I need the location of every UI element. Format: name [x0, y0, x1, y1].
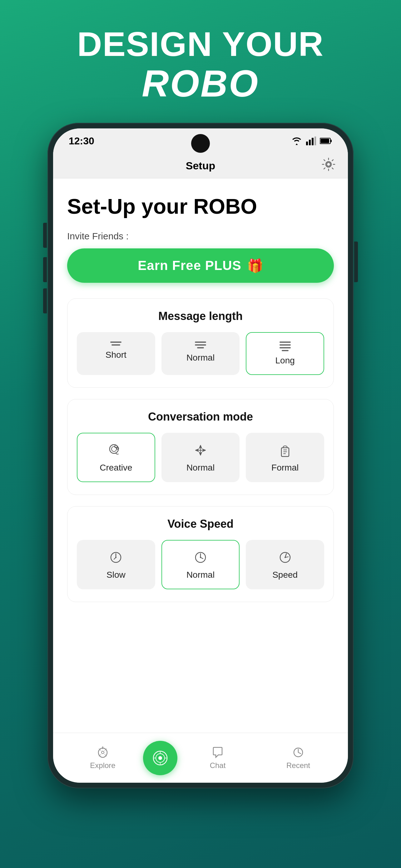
- earn-free-plus-button[interactable]: Earn Free PLUS 🎁: [67, 248, 334, 283]
- bottom-nav: Explore: [53, 733, 348, 783]
- svg-rect-5: [330, 140, 332, 142]
- recent-icon: [292, 746, 304, 758]
- svg-point-10: [111, 446, 116, 452]
- nav-chat[interactable]: Chat: [177, 746, 258, 770]
- creative-icon: [108, 442, 124, 458]
- conversation-mode-title: Conversation mode: [77, 410, 324, 423]
- fast-speed-btn[interactable]: Speed: [246, 540, 324, 589]
- invite-label: Invite Friends :: [67, 231, 334, 242]
- explore-icon: [97, 746, 109, 758]
- svg-rect-16: [283, 450, 287, 450]
- conversation-mode-card: Conversation mode Creative: [67, 399, 334, 495]
- settings-icon[interactable]: [322, 157, 335, 174]
- svg-rect-3: [314, 136, 316, 145]
- robo-center-icon: [151, 749, 170, 767]
- slow-speed-btn[interactable]: Slow: [77, 540, 155, 589]
- slow-label: Slow: [106, 570, 126, 580]
- signal-icon: [306, 136, 316, 145]
- svg-point-7: [327, 162, 330, 166]
- app-header-title: Setup: [186, 160, 215, 172]
- svg-rect-2: [312, 138, 313, 145]
- status-time: 12:30: [69, 135, 94, 147]
- svg-rect-6: [321, 139, 329, 143]
- fast-speed-label: Speed: [272, 570, 298, 580]
- svg-rect-17: [283, 452, 287, 452]
- setup-title: Set-Up your ROBO: [67, 194, 334, 218]
- wifi-icon: [291, 136, 302, 145]
- voice-speed-options: Slow Normal: [77, 540, 324, 589]
- svg-point-25: [101, 751, 104, 754]
- normal-length-label: Normal: [187, 353, 214, 363]
- message-length-options: Short Normal: [77, 332, 324, 375]
- short-lines-icon: [110, 342, 122, 346]
- voice-speed-title: Voice Speed: [77, 518, 324, 531]
- nav-recent[interactable]: Recent: [258, 746, 338, 770]
- nav-robo-center[interactable]: [143, 741, 177, 775]
- formal-mode-btn[interactable]: Formal: [246, 433, 324, 482]
- earn-btn-text: Earn Free PLUS: [138, 258, 241, 273]
- phone-inner: 12:30: [53, 128, 348, 783]
- hero-line2: ROBO: [77, 63, 324, 104]
- message-length-title: Message length: [77, 310, 324, 323]
- normal-lines-icon: [195, 342, 206, 348]
- status-bar: 12:30: [53, 128, 348, 153]
- explore-label: Explore: [90, 761, 115, 770]
- phone-wrapper: 12:30: [47, 123, 354, 810]
- hero-line1: DESIGN YOUR: [77, 25, 324, 63]
- status-icons: [291, 136, 332, 145]
- nav-explore[interactable]: Explore: [63, 746, 143, 770]
- svg-point-12: [117, 447, 119, 449]
- chat-icon: [211, 746, 224, 758]
- normal-mode-icon: [192, 442, 209, 458]
- creative-label: Creative: [100, 463, 132, 473]
- svg-rect-18: [283, 453, 286, 454]
- normal-mode-btn[interactable]: Normal: [162, 433, 240, 482]
- camera-notch: [191, 134, 210, 153]
- hero-section: DESIGN YOUR ROBO: [77, 25, 324, 104]
- app-header: Setup: [53, 153, 348, 178]
- gear-svg: [322, 157, 335, 171]
- svg-point-29: [158, 756, 162, 760]
- svg-rect-1: [309, 140, 311, 145]
- battery-icon: [320, 137, 332, 145]
- chat-label: Chat: [210, 761, 226, 770]
- normal-speed-label: Normal: [187, 570, 214, 580]
- message-normal-btn[interactable]: Normal: [162, 332, 240, 375]
- long-lines-icon: [279, 342, 291, 351]
- long-label: Long: [275, 355, 295, 366]
- formal-icon: [277, 442, 293, 458]
- fast-icon: [277, 549, 293, 565]
- creative-mode-btn[interactable]: Creative: [77, 433, 155, 482]
- slow-icon: [108, 549, 124, 565]
- normal-speed-btn[interactable]: Normal: [162, 540, 240, 589]
- message-long-btn[interactable]: Long: [246, 332, 324, 375]
- short-label: Short: [106, 350, 127, 360]
- message-short-btn[interactable]: Short: [77, 332, 155, 375]
- conversation-mode-options: Creative Normal: [77, 433, 324, 482]
- message-length-card: Message length Short: [67, 299, 334, 388]
- app-content: Set-Up your ROBO Invite Friends : Earn F…: [53, 178, 348, 733]
- normal-speed-icon: [192, 549, 209, 565]
- formal-label: Formal: [271, 463, 299, 473]
- phone-outer: 12:30: [47, 123, 354, 788]
- svg-rect-0: [306, 142, 308, 145]
- normal-mode-label: Normal: [187, 463, 214, 473]
- gift-icon: 🎁: [247, 258, 263, 273]
- voice-speed-card: Voice Speed Slow: [67, 506, 334, 602]
- recent-label: Recent: [287, 761, 310, 770]
